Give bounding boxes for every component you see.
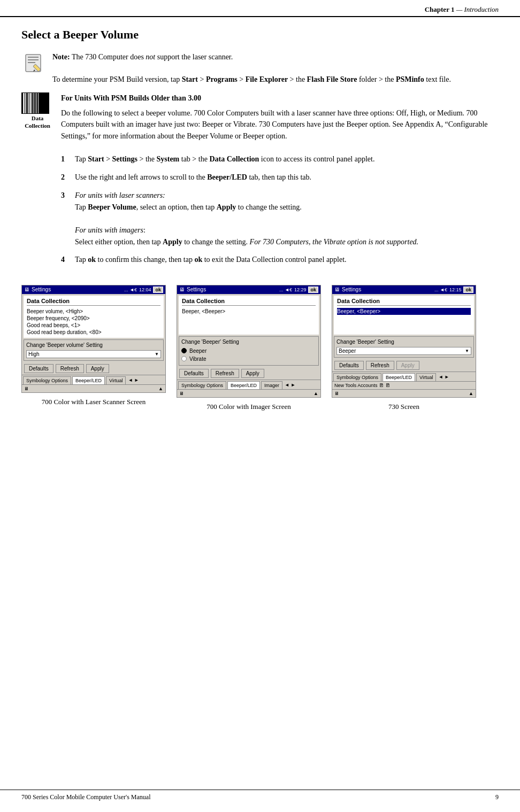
sf3-bottom-bar: 🖥 ▲ <box>332 389 476 397</box>
sf2-radio-vibrate-circle <box>181 356 187 361</box>
sf2-app-name: Settings <box>187 287 206 292</box>
screenshot-1-titlebar: 🖥 Settings ... ◄€ 12:04 ok <box>22 285 165 294</box>
sf1-list-item-4: Good read beep duration, <80> <box>27 329 160 336</box>
icon-label-line2: Collection <box>21 122 53 129</box>
sf1-tab-virtual[interactable]: Virtual <box>106 376 126 384</box>
sf2-bottom-arrow: ▲ <box>313 391 318 396</box>
sf2-tab-arrows: ◄ ► <box>285 382 295 388</box>
sf3-dropdown[interactable]: Beeper ▼ <box>337 347 471 355</box>
sf1-dropdown[interactable]: High ▼ <box>26 350 161 358</box>
footer-right: 9 <box>495 793 499 801</box>
sf3-ok-button[interactable]: ok <box>463 287 473 293</box>
sf1-tab-arrows: ◄ ► <box>128 377 139 383</box>
sf1-tab-beeperled[interactable]: Beeper/LED <box>72 376 105 384</box>
barcode-image <box>21 92 49 114</box>
sf2-tab-imager[interactable]: Imager <box>261 381 282 389</box>
step-4-content: Tap ok to confirm this change, then tap … <box>75 254 499 266</box>
sf3-new-tools-icons: 🖹 🖹 <box>379 383 391 388</box>
sf1-defaults-button[interactable]: Defaults <box>24 364 53 373</box>
sf3-tab-virtual[interactable]: Virtual <box>416 373 436 381</box>
sf3-taskbar-icon: 🖥 <box>334 391 339 396</box>
sf1-refresh-button[interactable]: Refresh <box>56 364 84 373</box>
svg-rect-3 <box>28 62 35 63</box>
screenshot-2-titlebar: 🖥 Settings ... ◄€ 12:29 ok <box>177 285 320 294</box>
sf3-dropdown-arrow: ▼ <box>465 349 469 353</box>
body-block: Data Collection For Units With PSM Build… <box>21 92 499 272</box>
screenshot-3-caption: 730 Screen <box>388 402 419 412</box>
sf3-change-section: Change 'Beeper' Setting Beeper ▼ <box>334 336 474 358</box>
footer-left: 700 Series Color Mobile Computer User's … <box>21 793 150 801</box>
sf2-defaults-button[interactable]: Defaults <box>179 369 209 378</box>
sf2-radio-beeper-circle <box>181 348 187 353</box>
sf1-tab-symbology[interactable]: Symbology Options <box>23 376 71 384</box>
sf1-ok-button[interactable]: ok <box>153 287 163 293</box>
sf3-section-title: Data Collection <box>337 298 471 306</box>
sf1-time: 12:04 <box>139 287 151 292</box>
sf3-bottom-arrow: ▲ <box>469 391 473 396</box>
sf2-radio-group: Beeper Vibrate <box>181 347 316 363</box>
sf2-signal: ... ◄€ <box>279 287 292 292</box>
step-1-content: Tap Start > Settings > the System tab > … <box>75 153 499 165</box>
sf2-tab-symbology[interactable]: Symbology Options <box>178 381 226 389</box>
sf2-apply-button[interactable]: Apply <box>241 369 264 378</box>
sf2-body: Data Collection Beeper, <Beeper> <box>179 296 319 335</box>
note-icon <box>21 51 45 75</box>
step-1: 1 Tap Start > Settings > the System tab … <box>61 153 499 165</box>
sf2-radio-beeper[interactable]: Beeper <box>181 348 316 354</box>
sf1-taskbar-icon: 🖥 <box>24 386 29 391</box>
step-2-num: 2 <box>61 172 70 183</box>
sf2-radio-beeper-label: Beeper <box>189 348 207 354</box>
sf2-radio-vibrate[interactable]: Vibrate <box>181 356 316 362</box>
screenshot-3-block: 🖥 Settings ... ◄€ 12:15 ok Data Collecti… <box>332 285 476 412</box>
sf2-refresh-button[interactable]: Refresh <box>211 369 239 378</box>
step-2: 2 Use the right and left arrows to scrol… <box>61 172 499 183</box>
icon-label-line1: Data <box>21 115 53 121</box>
sf1-title-left: 🖥 Settings <box>24 287 51 292</box>
screenshots-row: 🖥 Settings ... ◄€ 12:04 ok Data Collecti… <box>21 285 499 412</box>
sf1-body: Data Collection Beeper volume, <High> Be… <box>24 296 164 338</box>
sf3-defaults-button[interactable]: Defaults <box>334 361 364 370</box>
chapter-label: Chapter 1 <box>425 5 455 13</box>
sf3-title-left: 🖥 Settings <box>334 287 361 292</box>
sf2-time: 12:29 <box>294 287 307 292</box>
sf3-refresh-button[interactable]: Refresh <box>366 361 394 370</box>
sf2-ok-button[interactable]: ok <box>308 287 318 293</box>
sf3-dropdown-value: Beeper <box>339 348 356 354</box>
step-2-content: Use the right and left arrows to scroll … <box>75 172 499 183</box>
screenshot-2-caption: 700 Color with Imager Screen <box>207 402 290 412</box>
sf3-apply-button: Apply <box>396 361 419 370</box>
sf3-tab-symbology[interactable]: Symbology Options <box>333 373 381 381</box>
screenshot-2-frame: 🖥 Settings ... ◄€ 12:29 ok Data Collecti… <box>177 285 321 398</box>
sf2-tabs: Symbology Options Beeper/LED Imager ◄ ► <box>177 380 320 389</box>
screenshot-3-frame: 🖥 Settings ... ◄€ 12:15 ok Data Collecti… <box>332 285 476 398</box>
sf3-body: Data Collection Beeper, <Beeper> <box>334 296 474 335</box>
sf1-apply-button[interactable]: Apply <box>86 364 109 373</box>
note-body: The 730 Computer does not support the la… <box>70 53 233 61</box>
step-1-num: 1 <box>61 153 70 165</box>
steps-list: 1 Tap Start > Settings > the System tab … <box>61 153 499 266</box>
sf3-time: 12:15 <box>449 287 462 292</box>
sf1-buttons: Defaults Refresh Apply <box>22 362 165 375</box>
sf1-change-section: Change 'Beeper volume' Setting High ▼ <box>24 339 164 361</box>
sf1-signal: ... ◄€ <box>124 287 137 292</box>
sf1-app-icon: 🖥 <box>24 287 29 292</box>
sf3-list-item-1: Beeper, <Beeper> <box>337 308 471 315</box>
sf1-bottom-arrow: ▲ <box>158 386 163 391</box>
sf1-list-item-1: Beeper volume, <High> <box>27 308 160 315</box>
sf3-tab-beeperled[interactable]: Beeper/LED <box>383 373 415 381</box>
sf3-title-right: ... ◄€ 12:15 ok <box>434 287 473 293</box>
sf1-dropdown-arrow: ▼ <box>155 352 159 357</box>
sf1-bottom-bar: 🖥 ▲ <box>22 384 165 392</box>
screenshot-1-block: 🖥 Settings ... ◄€ 12:04 ok Data Collecti… <box>21 285 166 407</box>
sf2-tab-beeperled[interactable]: Beeper/LED <box>227 381 260 389</box>
body-text-block: For Units With PSM Builds Older than 3.0… <box>61 92 499 272</box>
sf3-app-icon: 🖥 <box>334 287 340 292</box>
header-dash: — <box>454 5 464 13</box>
sf1-dropdown-value: High <box>28 351 40 357</box>
sf1-title-right: ... ◄€ 12:04 ok <box>124 287 163 293</box>
sf1-list-item-3: Good read beeps, <1> <box>27 322 160 329</box>
sf3-tab-arrows: ◄ ► <box>438 374 449 380</box>
sf3-app-name: Settings <box>342 287 361 292</box>
sf2-taskbar-icon: 🖥 <box>179 391 184 396</box>
psminfo-line: To determine your PSM Build version, tap… <box>52 75 451 83</box>
